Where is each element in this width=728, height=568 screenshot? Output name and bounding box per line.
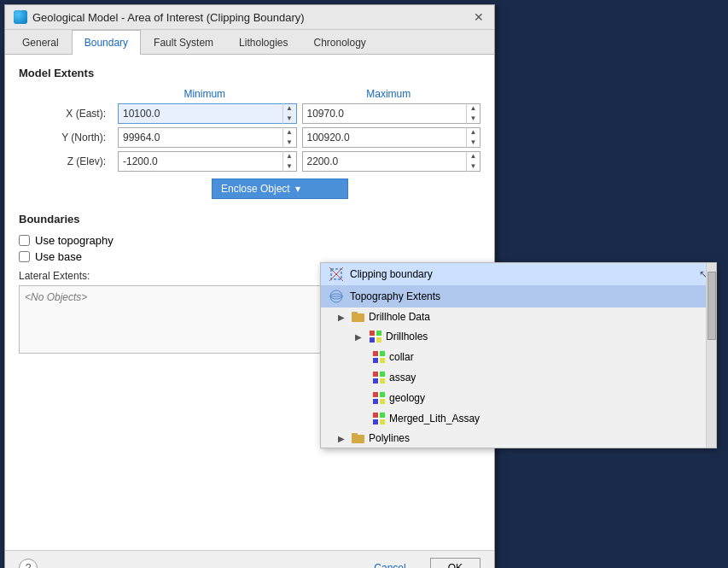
- drillhole-data-folder-icon: [352, 311, 365, 323]
- collar-label: collar: [389, 351, 414, 363]
- y-max-input[interactable]: 100920.0 ▲ ▼: [302, 127, 481, 148]
- svg-rect-7: [352, 312, 358, 315]
- topography-extents-label: Topography Extents: [350, 290, 440, 302]
- x-min-value: 10100.0: [119, 106, 282, 121]
- y-min-down[interactable]: ▼: [283, 138, 296, 148]
- extents-header: Minimum Maximum: [19, 88, 480, 100]
- use-topography-row: Use topography: [19, 234, 480, 247]
- drillholes-label: Drillholes: [386, 331, 428, 343]
- tree-assay[interactable]: assay: [321, 367, 716, 388]
- z-min-spinner[interactable]: ▲ ▼: [282, 151, 296, 172]
- tab-boundary[interactable]: Boundary: [72, 30, 141, 55]
- tree-section: ▶ Drillhole Data ▶ Drillholes: [321, 307, 716, 448]
- tree-collar[interactable]: collar: [321, 347, 716, 367]
- svg-rect-22: [373, 378, 378, 384]
- x-min-down[interactable]: ▼: [283, 114, 296, 124]
- svg-rect-9: [376, 331, 381, 336]
- enclose-object-label: Enclose Object: [221, 183, 290, 195]
- svg-rect-21: [380, 372, 385, 377]
- use-topography-checkbox[interactable]: [19, 235, 30, 246]
- x-min-up[interactable]: ▲: [283, 103, 296, 114]
- x-min-spinner[interactable]: ▲ ▼: [282, 103, 296, 124]
- boundaries-title: Boundaries: [19, 213, 480, 225]
- merged-lith-assay-icon: [372, 412, 386, 425]
- x-east-row: X (East): 10100.0 ▲ ▼ 10970.0 ▲ ▼: [19, 103, 480, 124]
- z-min-down[interactable]: ▼: [283, 161, 296, 172]
- topography-extents-icon: [329, 290, 343, 303]
- y-north-row: Y (North): 99964.0 ▲ ▼ 100920.0 ▲ ▼: [19, 127, 480, 148]
- svg-rect-8: [370, 331, 375, 336]
- z-min-input[interactable]: -1200.0 ▲ ▼: [118, 151, 297, 172]
- svg-rect-35: [380, 419, 385, 425]
- tree-drillhole-data[interactable]: ▶ Drillhole Data: [321, 307, 716, 326]
- y-min-up[interactable]: ▲: [283, 127, 296, 138]
- svg-rect-20: [373, 372, 378, 377]
- svg-rect-15: [380, 351, 385, 356]
- clipping-boundary-icon: [329, 267, 343, 281]
- dropdown-overlay: Clipping boundary ↖ Topography Extents ▶…: [320, 262, 717, 448]
- svg-rect-28: [373, 399, 378, 404]
- tree-polylines[interactable]: ▶ Polylines: [321, 429, 716, 448]
- use-topography-label: Use topography: [35, 234, 114, 247]
- tab-general[interactable]: General: [9, 30, 72, 55]
- svg-rect-14: [373, 351, 378, 356]
- polylines-expand-icon: ▶: [338, 434, 348, 443]
- x-max-spinner[interactable]: ▲ ▼: [466, 103, 480, 124]
- y-min-spinner[interactable]: ▲ ▼: [282, 127, 296, 148]
- tree-merged-lith-assay[interactable]: Merged_Lith_Assay: [321, 408, 716, 429]
- use-base-checkbox[interactable]: [19, 251, 30, 262]
- y-max-up[interactable]: ▲: [467, 127, 480, 138]
- scroll-thumb[interactable]: [708, 272, 716, 340]
- tree-geology[interactable]: geology: [321, 388, 716, 408]
- z-min-up[interactable]: ▲: [283, 151, 296, 161]
- svg-rect-26: [373, 392, 378, 397]
- cancel-button[interactable]: Cancel: [357, 559, 422, 568]
- svg-rect-23: [380, 378, 385, 384]
- dialog-titlebar: Geological Model - Area of Interest (Cli…: [5, 5, 494, 30]
- dialog-icon: [14, 10, 27, 24]
- y-min-input[interactable]: 99964.0 ▲ ▼: [118, 127, 297, 148]
- z-elev-label: Z (Elev):: [19, 155, 113, 167]
- close-button[interactable]: ✕: [472, 10, 486, 24]
- svg-rect-39: [352, 433, 358, 436]
- geology-label: geology: [389, 392, 425, 404]
- tab-fault-system[interactable]: Fault System: [141, 30, 226, 55]
- z-max-value: 2200.0: [303, 154, 467, 169]
- drillhole-data-label: Drillhole Data: [369, 311, 430, 323]
- tab-chronology[interactable]: Chronology: [300, 30, 378, 55]
- drillholes-expand-icon: ▶: [355, 332, 365, 342]
- tree-drillholes[interactable]: ▶ Drillholes: [321, 326, 716, 347]
- dialog-title: Geological Model - Area of Interest (Cli…: [14, 10, 305, 24]
- model-extents-title: Model Extents: [19, 67, 480, 79]
- collar-icon: [372, 350, 386, 364]
- svg-rect-17: [380, 358, 385, 363]
- z-elev-row: Z (Elev): -1200.0 ▲ ▼ 2200.0 ▲ ▼: [19, 151, 480, 172]
- svg-rect-27: [380, 392, 385, 397]
- svg-rect-29: [380, 399, 385, 404]
- use-base-label: Use base: [35, 250, 82, 263]
- y-max-spinner[interactable]: ▲ ▼: [466, 127, 480, 148]
- dropdown-scrollbar[interactable]: [706, 263, 716, 448]
- dropdown-item-clipping[interactable]: Clipping boundary ↖: [321, 263, 716, 285]
- tab-lithologies[interactable]: Lithologies: [226, 30, 300, 55]
- polylines-folder-icon: [352, 432, 365, 444]
- y-max-down[interactable]: ▼: [467, 138, 480, 148]
- z-max-up[interactable]: ▲: [467, 151, 480, 161]
- x-max-value: 10970.0: [303, 106, 467, 121]
- svg-rect-34: [373, 419, 378, 425]
- ok-button[interactable]: OK: [430, 558, 480, 568]
- z-max-down[interactable]: ▼: [467, 161, 480, 172]
- dropdown-item-topography[interactable]: Topography Extents: [321, 285, 716, 307]
- x-max-down[interactable]: ▼: [467, 114, 480, 124]
- x-max-up[interactable]: ▲: [467, 103, 480, 114]
- x-min-input[interactable]: 10100.0 ▲ ▼: [118, 103, 297, 124]
- y-min-value: 99964.0: [119, 130, 282, 145]
- model-extents-section: Model Extents Minimum Maximum X (East): …: [19, 67, 480, 199]
- enclose-object-button[interactable]: Enclose Object ▾: [212, 179, 348, 199]
- z-max-input[interactable]: 2200.0 ▲ ▼: [302, 151, 481, 172]
- x-max-input[interactable]: 10970.0 ▲ ▼: [302, 103, 481, 124]
- help-button[interactable]: ?: [19, 559, 38, 568]
- svg-rect-16: [373, 358, 378, 363]
- z-max-spinner[interactable]: ▲ ▼: [466, 151, 480, 172]
- footer-left: ?: [19, 559, 38, 568]
